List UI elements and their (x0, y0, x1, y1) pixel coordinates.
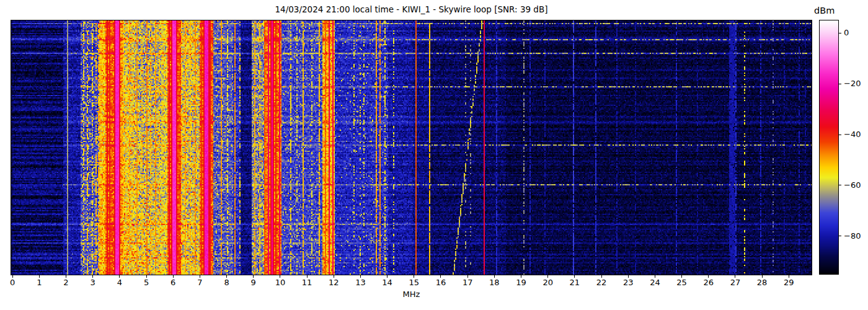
x-tick-label: 29 (779, 278, 798, 287)
x-tick-label: 8 (218, 278, 236, 287)
colorbar-tick-mark (839, 33, 841, 33)
spectrogram-canvas (11, 20, 812, 275)
colorbar-tick-mark (839, 135, 841, 135)
colorbar-tick-mark (839, 236, 841, 236)
x-tick-label: 24 (645, 278, 664, 287)
x-tick-label: 18 (485, 278, 503, 287)
spectrogram-plot (11, 20, 812, 275)
colorbar-canvas (820, 20, 838, 274)
x-tick-label: 19 (512, 278, 531, 287)
x-tick-label: 21 (565, 278, 584, 287)
x-tick-label: 17 (458, 278, 477, 287)
x-tick-label: 16 (432, 278, 450, 287)
colorbar-tick-label: −40 (844, 130, 861, 139)
x-tick-label: 11 (298, 278, 316, 287)
x-tick-label: 23 (619, 278, 637, 287)
colorbar-tick-label: 0 (844, 28, 849, 37)
colorbar-tick-mark (839, 84, 841, 84)
chart-title: 14/03/2024 21:00 local time - KIWI_1 - S… (11, 4, 812, 14)
colorbar-tick-label: −60 (844, 180, 861, 190)
x-tick-label: 4 (110, 278, 129, 287)
x-tick-label: 6 (164, 278, 182, 287)
x-tick-label: 2 (57, 278, 76, 287)
x-tick-label: 14 (378, 278, 397, 287)
colorbar-tick-label: −80 (844, 231, 861, 241)
x-tick-label: 3 (84, 278, 102, 287)
colorbar-tick-label: −20 (844, 79, 861, 88)
x-tick-label: 27 (726, 278, 745, 287)
x-tick-label: 5 (137, 278, 156, 287)
x-tick-label: 1 (30, 278, 48, 287)
colorbar-label: dBm (814, 6, 835, 16)
x-tick-label: 22 (592, 278, 611, 287)
x-tick-label: 9 (244, 278, 263, 287)
x-tick-label: 20 (539, 278, 557, 287)
x-tick-label: 25 (673, 278, 691, 287)
x-axis-label: MHz (11, 290, 812, 299)
colorbar (819, 20, 839, 275)
x-tick-label: 0 (3, 278, 22, 287)
x-tick-label: 7 (190, 278, 209, 287)
colorbar-tick-mark (839, 185, 841, 185)
x-tick-label: 13 (351, 278, 370, 287)
x-tick-label: 26 (699, 278, 718, 287)
spectrogram-figure: 14/03/2024 21:00 local time - KIWI_1 - S… (0, 0, 868, 310)
x-tick-label: 12 (324, 278, 343, 287)
x-tick-label: 10 (271, 278, 290, 287)
x-tick-label: 28 (753, 278, 771, 287)
x-tick-label: 15 (405, 278, 423, 287)
